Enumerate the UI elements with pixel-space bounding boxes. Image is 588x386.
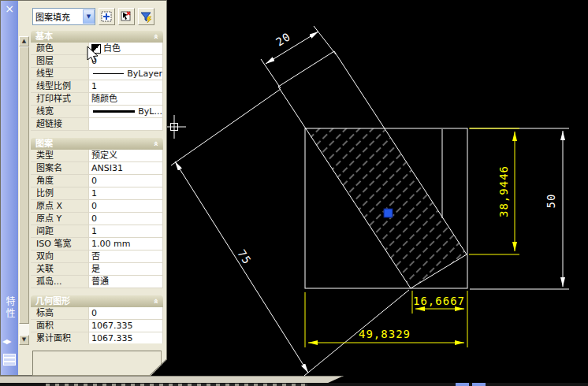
property-value[interactable]: 1 [88, 187, 163, 200]
property-row: 图案名ANSI31 [31, 162, 163, 175]
property-row: 双向否 [31, 251, 163, 263]
description-box [32, 351, 162, 376]
section-header[interactable]: 几何图形» [31, 295, 163, 307]
property-label: 打印样式 [31, 93, 88, 106]
property-label: 双向 [31, 251, 88, 263]
property-label: 超链接 [31, 118, 88, 131]
property-value[interactable]: 0 [88, 307, 163, 320]
scroll-up-icon[interactable]: ▲ [19, 36, 29, 46]
property-label: 比例 [31, 187, 88, 200]
palette-title: 特性 [3, 296, 17, 320]
property-row: 孤岛...普通 [31, 276, 163, 288]
property-value[interactable]: 1067.335 [88, 332, 163, 343]
property-label: 类型 [31, 150, 88, 162]
section-title: 几何图形 [35, 295, 70, 307]
property-row: 超链接 [31, 118, 163, 131]
quick-select-button[interactable] [138, 8, 154, 25]
property-value[interactable]: 普通 [88, 276, 163, 288]
dim-38-9446-text[interactable]: 38,9446 [497, 165, 510, 217]
section-title: 基本 [35, 31, 53, 43]
property-label: 原点 Y [31, 213, 88, 225]
linetype-sample-icon [93, 73, 124, 74]
property-row: 标高0 [31, 307, 163, 320]
close-icon[interactable]: × [3, 2, 16, 15]
property-row: 角度0 [31, 175, 163, 187]
bottom-blue-fragment [456, 383, 469, 386]
dim-16-6667-text[interactable]: 16,6667 [413, 295, 465, 307]
property-label: 角度 [31, 175, 88, 187]
palette-scrollbar[interactable]: ▲ ▼ [19, 36, 29, 345]
dim-50-text[interactable]: 50 [545, 194, 557, 209]
property-row: 原点 Y0 [31, 213, 163, 225]
property-row: 关联是 [31, 263, 163, 276]
chevron-down-icon[interactable]: ▼ [83, 9, 95, 24]
property-label: 孤岛... [31, 276, 88, 288]
property-label: 原点 X [31, 200, 88, 213]
app-screenshot: { "palette": { "title": "特性", "selector_… [0, 0, 588, 386]
pickadd-toggle-button[interactable] [99, 8, 115, 25]
property-value[interactable]: 0 [88, 200, 163, 213]
palette-titlebar[interactable]: × 特性 ◀▶ [1, 1, 18, 375]
property-value[interactable]: 1.00 mm [88, 238, 163, 251]
dim-75-text[interactable]: 75 [235, 247, 254, 267]
scrollbar-thumb[interactable] [19, 46, 29, 324]
property-row: 线型ByLayer [31, 68, 163, 80]
property-value[interactable]: 1067.335 [88, 320, 163, 332]
property-label: 线型 [31, 68, 88, 80]
property-value[interactable]: ByL... [88, 106, 163, 118]
property-value[interactable] [88, 118, 163, 131]
property-row: 线宽ByL... [31, 106, 163, 118]
property-label: 面积 [31, 320, 88, 332]
property-label: 图层 [31, 55, 88, 68]
property-value[interactable]: 0 [88, 175, 163, 187]
property-label: 图案名 [31, 162, 88, 175]
object-type-select[interactable]: 图案填充 ▼ [32, 8, 95, 25]
property-value[interactable]: 0 [88, 213, 163, 225]
property-row: 间距1 [31, 225, 163, 238]
mouse-cursor [86, 46, 103, 66]
scroll-down-icon[interactable]: ▼ [19, 335, 29, 345]
select-objects-button[interactable] [118, 8, 135, 25]
collapse-chevron-icon[interactable]: » [150, 141, 162, 147]
property-label: 颜色 [31, 43, 88, 55]
property-label: 间距 [31, 225, 88, 238]
property-value[interactable]: ANSI31 [88, 162, 163, 175]
properties-palette: × 特性 ◀▶ ▲ ▼ 图案填充 ▼ 基本»颜色白色图层0线型ByLayer线型… [0, 0, 167, 376]
property-label: 线宽 [31, 106, 88, 118]
linetype-sample-icon [93, 110, 135, 113]
property-row: 线型比例1 [31, 80, 163, 93]
autohide-icon[interactable]: ◀▶ [2, 338, 10, 345]
property-value[interactable]: 是 [88, 263, 163, 276]
bottom-blue-fragment [472, 383, 486, 386]
properties-menu-icon[interactable] [3, 354, 16, 366]
dim-49-8329-text[interactable]: 49,8329 [359, 328, 411, 340]
grip-point[interactable] [384, 209, 393, 217]
section-header[interactable]: 图案» [31, 138, 163, 150]
property-label: ISO 笔宽 [31, 238, 88, 251]
palette-toolbar: 图案填充 ▼ [32, 7, 163, 26]
property-row: 累计面积1067.335 [31, 332, 163, 343]
property-value[interactable]: 预定义 [88, 150, 163, 162]
dim-38-9446[interactable] [469, 128, 519, 254]
property-label: 关联 [31, 263, 88, 276]
property-value[interactable]: 否 [88, 251, 163, 263]
property-value[interactable]: 随颜色 [88, 93, 163, 106]
collapse-chevron-icon[interactable]: » [150, 299, 162, 304]
property-label: 线型比例 [31, 80, 88, 93]
property-label: 累计面积 [31, 332, 88, 343]
property-value[interactable]: 1 [88, 225, 163, 238]
property-label: 标高 [31, 307, 88, 320]
property-row: ISO 笔宽1.00 mm [31, 238, 163, 251]
section-title: 图案 [35, 138, 53, 150]
property-row: 比例1 [31, 187, 163, 200]
section-header[interactable]: 基本» [31, 31, 163, 43]
property-value[interactable]: ByLayer [88, 68, 163, 80]
property-row: 原点 X0 [31, 200, 163, 213]
property-row: 打印样式随颜色 [31, 93, 163, 106]
dim-20-text[interactable]: 20 [274, 30, 292, 49]
property-value[interactable]: 1 [88, 80, 163, 93]
object-type-value: 图案填充 [33, 10, 83, 23]
property-row: 类型预定义 [31, 150, 163, 162]
collapse-chevron-icon[interactable]: » [150, 34, 162, 39]
property-row: 面积1067.335 [31, 320, 163, 332]
